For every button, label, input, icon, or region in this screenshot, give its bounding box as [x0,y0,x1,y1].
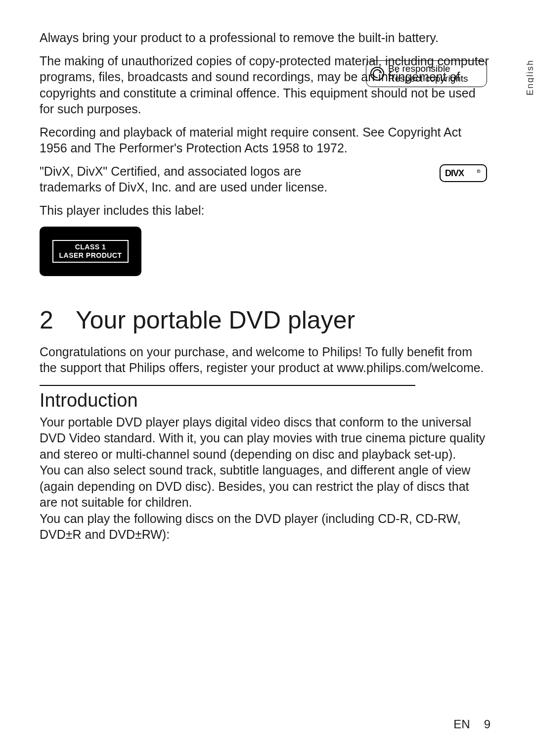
section-number: 2 [40,307,69,334]
introduction-paragraph-1: Your portable DVD player plays digital v… [40,414,490,463]
laser-line-1: CLASS 1 [75,243,106,251]
section-title: Your portable DVD player [76,306,355,334]
page: English Always bring your product to a p… [0,0,534,756]
introduction-paragraph-3: You can play the following discs on the … [40,511,490,543]
divider-rule [40,385,415,386]
copyright-callout: Be responsible Respect copyrights [366,60,487,87]
divx-logo-text: DIVX [445,168,464,178]
laser-product-label-inner: CLASS 1 LASER PRODUCT [52,240,129,263]
congratulations-paragraph: Congratulations on your purchase, and we… [40,344,490,376]
language-tab: English [525,59,534,95]
subsection-heading: Introduction [40,390,415,411]
section-heading: 2 Your portable DVD player [40,307,490,334]
copyright-callout-text: Be responsible Respect copyrights [388,64,468,84]
introduction-paragraph-2: You can also select sound track, subtitl… [40,462,490,511]
footer-language: EN [453,717,470,731]
recording-consent-paragraph: Recording and playback of material might… [40,124,490,156]
label-intro-text: This player includes this label: [40,203,490,218]
page-footer: EN 9 [453,717,490,731]
footer-page-number: 9 [484,717,490,731]
laser-line-2: LASER PRODUCT [59,251,122,259]
divx-logo-svg: DIVX R [445,168,482,178]
divx-logo: DIVX R [440,164,487,182]
battery-disposal-text: Always bring your product to a professio… [40,30,490,46]
copyright-line-2: Respect copyrights [388,74,468,84]
copyright-icon [370,67,384,81]
divx-trademark-paragraph: "DivX, DivX" Certified, and associated l… [40,163,361,195]
laser-product-label: CLASS 1 LASER PRODUCT [40,227,141,276]
copyright-line-1: Be responsible [388,64,468,74]
